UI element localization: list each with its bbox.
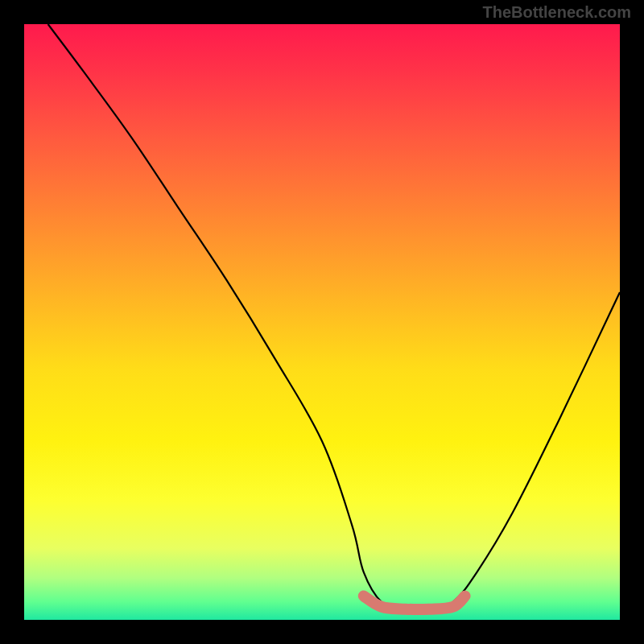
chart-plot-area (24, 24, 620, 620)
watermark-text: TheBottleneck.com (483, 3, 631, 22)
bottleneck-curve-line (48, 24, 620, 612)
chart-svg (24, 24, 620, 620)
